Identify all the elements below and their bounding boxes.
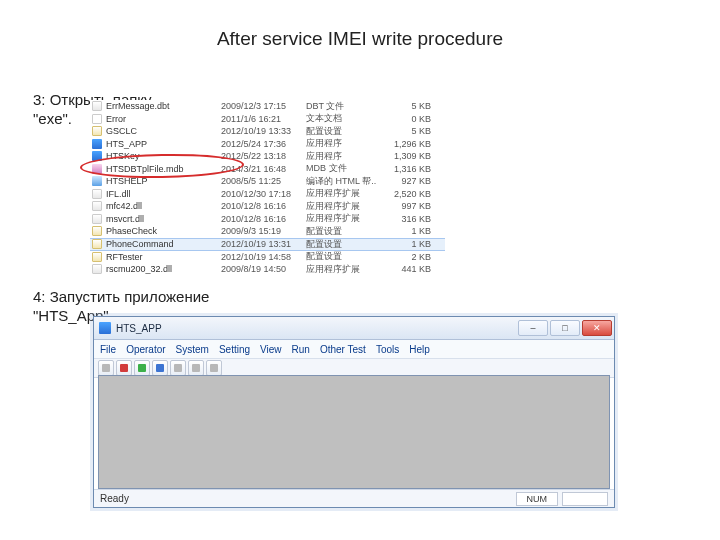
menu-help[interactable]: Help	[409, 344, 430, 355]
file-size: 1 KB	[376, 226, 431, 236]
menu-view[interactable]: View	[260, 344, 282, 355]
file-date: 2010/12/8 16:16	[221, 214, 306, 224]
file-name: PhaseCheck	[106, 226, 221, 236]
file-name: ErrMessage.dbt	[106, 101, 221, 111]
titlebar[interactable]: HTS_APP – □ ✕	[94, 317, 614, 340]
menu-run[interactable]: Run	[292, 344, 310, 355]
menu-file[interactable]: File	[100, 344, 116, 355]
file-date: 2011/1/6 16:21	[221, 114, 306, 124]
hts-app-window: HTS_APP – □ ✕ FileOperatorSystemSettingV…	[93, 316, 615, 508]
toolbar-button[interactable]	[98, 360, 114, 376]
menu-other-test[interactable]: Other Test	[320, 344, 366, 355]
file-icon	[92, 264, 102, 274]
file-icon	[92, 239, 102, 249]
menu-tools[interactable]: Tools	[376, 344, 399, 355]
toolbar-button[interactable]	[206, 360, 222, 376]
file-date: 2012/10/19 14:58	[221, 252, 306, 262]
file-name: rscmu200_32.dll	[106, 264, 221, 274]
statusbar: Ready NUM	[94, 489, 614, 507]
file-size: 1 KB	[376, 239, 431, 249]
file-row[interactable]: ErrMessage.dbt2009/12/3 17:15DBT 文件5 KB	[90, 100, 445, 113]
file-row[interactable]: IFL.dll2010/12/30 17:18应用程序扩展2,520 KB	[90, 188, 445, 201]
file-type: 应用程序扩展	[306, 212, 376, 225]
window-buttons: – □ ✕	[518, 320, 612, 336]
file-row[interactable]: mfc42.dll2010/12/8 16:16应用程序扩展997 KB	[90, 200, 445, 213]
file-date: 2012/10/19 13:31	[221, 239, 306, 249]
file-date: 2009/9/3 15:19	[221, 226, 306, 236]
file-name: IFL.dll	[106, 189, 221, 199]
toolbar-button[interactable]	[152, 360, 168, 376]
file-date: 2010/12/8 16:16	[221, 201, 306, 211]
file-size: 997 KB	[376, 201, 431, 211]
toolbar-button[interactable]	[116, 360, 132, 376]
toolbar-button[interactable]	[134, 360, 150, 376]
file-row[interactable]: HTSDBTplFile.mdb2014/3/21 16:48MDB 文件1,3…	[90, 163, 445, 176]
file-size: 927 KB	[376, 176, 431, 186]
minimize-button[interactable]: –	[518, 320, 548, 336]
file-size: 5 KB	[376, 101, 431, 111]
menu-setting[interactable]: Setting	[219, 344, 250, 355]
file-type: 配置设置	[306, 238, 376, 251]
file-date: 2008/5/5 11:25	[221, 176, 306, 186]
file-type: 编译的 HTML 帮...	[306, 175, 376, 188]
menu-operator[interactable]: Operator	[126, 344, 165, 355]
file-name: HTSHELP	[106, 176, 221, 186]
file-date: 2012/5/24 17:36	[221, 139, 306, 149]
file-date: 2012/5/22 13:18	[221, 151, 306, 161]
file-type: 应用程序扩展	[306, 187, 376, 200]
file-icon	[92, 114, 102, 124]
file-type: 文本文档	[306, 112, 376, 125]
file-row[interactable]: rscmu200_32.dll2009/8/19 14:50应用程序扩展441 …	[90, 263, 445, 276]
file-name: HTS_APP	[106, 139, 221, 149]
file-icon	[92, 226, 102, 236]
file-size: 316 KB	[376, 214, 431, 224]
toolbar-button[interactable]	[170, 360, 186, 376]
file-icon	[92, 139, 102, 149]
file-name: GSCLC	[106, 126, 221, 136]
file-name: msvcrt.dll	[106, 214, 221, 224]
file-row[interactable]: msvcrt.dll2010/12/8 16:16应用程序扩展316 KB	[90, 213, 445, 226]
file-row[interactable]: PhoneCommand2012/10/19 13:31配置设置1 KB	[90, 238, 445, 251]
status-ready: Ready	[100, 493, 129, 504]
file-name: Error	[106, 114, 221, 124]
file-row[interactable]: RFTester2012/10/19 14:58配置设置2 KB	[90, 251, 445, 264]
file-name: RFTester	[106, 252, 221, 262]
file-icon	[92, 214, 102, 224]
file-icon	[92, 201, 102, 211]
file-icon	[92, 126, 102, 136]
file-type: 配置设置	[306, 125, 376, 138]
window-title: HTS_APP	[116, 323, 518, 334]
menubar[interactable]: FileOperatorSystemSettingViewRunOther Te…	[94, 340, 614, 359]
file-type: MDB 文件	[306, 162, 376, 175]
client-area	[98, 375, 610, 489]
file-row[interactable]: PhaseCheck2009/9/3 15:19配置设置1 KB	[90, 225, 445, 238]
file-date: 2010/12/30 17:18	[221, 189, 306, 199]
file-size: 2 KB	[376, 252, 431, 262]
file-date: 2012/10/19 13:33	[221, 126, 306, 136]
file-size: 1,309 KB	[376, 151, 431, 161]
file-date: 2014/3/21 16:48	[221, 164, 306, 174]
file-icon	[92, 164, 102, 174]
file-name: PhoneCommand	[106, 239, 221, 249]
close-button[interactable]: ✕	[582, 320, 612, 336]
toolbar-button[interactable]	[188, 360, 204, 376]
file-row[interactable]: HTS_APP2012/5/24 17:36应用程序1,296 KB	[90, 138, 445, 151]
file-size: 1,316 KB	[376, 164, 431, 174]
page-title: After service IMEI write procedure	[0, 28, 720, 50]
maximize-button[interactable]: □	[550, 320, 580, 336]
status-cell	[562, 492, 608, 506]
file-icon	[92, 151, 102, 161]
file-row[interactable]: HTSKey2012/5/22 13:18应用程序1,309 KB	[90, 150, 445, 163]
menu-system[interactable]: System	[176, 344, 209, 355]
file-size: 1,296 KB	[376, 139, 431, 149]
file-size: 2,520 KB	[376, 189, 431, 199]
file-row[interactable]: Error2011/1/6 16:21文本文档0 KB	[90, 113, 445, 126]
file-icon	[92, 252, 102, 262]
file-type: 配置设置	[306, 250, 376, 263]
file-date: 2009/8/19 14:50	[221, 264, 306, 274]
file-row[interactable]: GSCLC2012/10/19 13:33配置设置5 KB	[90, 125, 445, 138]
file-name: mfc42.dll	[106, 201, 221, 211]
file-name: HTSDBTplFile.mdb	[106, 164, 221, 174]
file-row[interactable]: HTSHELP2008/5/5 11:25编译的 HTML 帮...927 KB	[90, 175, 445, 188]
file-size: 0 KB	[376, 114, 431, 124]
